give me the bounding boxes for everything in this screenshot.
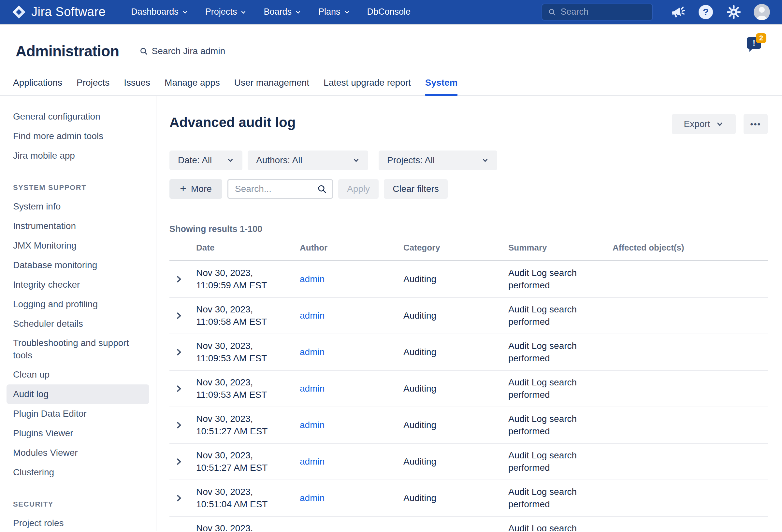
announcements-button[interactable] [669,4,686,21]
results-summary: Showing results 1-100 [170,224,768,234]
settings-button[interactable] [725,4,742,21]
tab-latest-upgrade-report[interactable]: Latest upgrade report [324,77,411,95]
nav-item-label: Projects [205,7,237,17]
header-actions: Export ••• [672,114,768,134]
search-icon [139,47,148,56]
sidebar-item-troubleshooting-and-support-tools[interactable]: Troubleshooting and support tools [6,333,149,365]
expand-row-button[interactable] [170,457,196,466]
clear-filters-button[interactable]: Clear filters [384,179,448,199]
profile-button[interactable] [753,4,770,21]
table-row: Nov 30, 2023,11:09:59 AM ESTadminAuditin… [170,261,768,298]
sidebar-item-integrity-checker[interactable]: Integrity checker [6,275,149,294]
author-link[interactable]: admin [300,384,324,394]
apply-button[interactable]: Apply [338,179,379,199]
sidebar-item-jmx-monitoring[interactable]: JMX Monitoring [6,236,149,255]
expand-row-button[interactable] [170,312,196,320]
sidebar-item-audit-log[interactable]: Audit log [6,384,149,404]
nav-item-boards[interactable]: Boards [263,7,301,17]
author-link[interactable]: admin [300,529,324,531]
chevron-right-icon [175,275,183,283]
table-body: Nov 30, 2023,11:09:59 AM ESTadminAuditin… [170,261,768,531]
cell-category: Auditing [403,419,508,431]
author-link[interactable]: admin [300,347,324,357]
cell-summary: Audit Log search performed [508,267,612,292]
projects-filter-dropdown[interactable]: Projects: All [379,150,497,170]
sidebar-item-system-info[interactable]: System info [6,197,149,216]
more-filters-button[interactable]: + More [170,179,222,199]
sidebar-item-project-roles[interactable]: Project roles [6,513,149,531]
page-title: Administration [15,42,119,60]
sidebar-item-logging-and-profiling[interactable]: Logging and profiling [6,294,149,314]
chevron-right-icon [175,494,183,502]
chevron-down-icon [227,157,234,164]
sidebar-item-scheduler-details[interactable]: Scheduler details [6,314,149,333]
nav-right-cluster: ? [541,4,770,21]
nav-item-plans[interactable]: Plans [318,7,350,17]
table-row: Nov 30, 2023,11:09:58 AM ESTadminAuditin… [170,298,768,334]
jira-logo[interactable]: Jira Software [12,5,106,19]
top-navigation-bar: Jira Software DashboardsProjectsBoardsPl… [0,0,782,25]
expand-row-button[interactable] [170,494,196,502]
sidebar-item-instrumentation[interactable]: Instrumentation [6,216,149,236]
author-link[interactable]: admin [300,274,324,284]
global-search-input[interactable] [561,7,646,17]
tab-issues[interactable]: Issues [124,77,150,95]
nav-item-label: Boards [263,7,292,17]
tab-manage-apps[interactable]: Manage apps [165,77,220,95]
expand-row-button[interactable] [170,348,196,356]
sidebar-item-clean-up[interactable]: Clean up [6,365,149,384]
cell-category: Auditing [403,383,508,395]
cell-date: Nov 30, 2023,10:51:27 AM EST [196,413,300,437]
global-search[interactable] [541,4,653,21]
table-row: Nov 30, 2023,10:51:04 AM ESTadminAuditin… [170,480,768,517]
table-header-row: DateAuthorCategorySummaryAffected object… [170,243,768,261]
admin-search[interactable]: Search Jira admin [139,46,225,56]
author-link[interactable]: admin [300,420,324,430]
expand-row-button[interactable] [170,384,196,393]
chevron-right-icon [175,530,183,531]
cell-category: Auditing [403,346,508,358]
sidebar-item-find-more-admin-tools[interactable]: Find more admin tools [6,127,149,146]
filter-search-input[interactable] [235,184,314,194]
chevron-down-icon [482,157,489,164]
column-header-summary: Summary [508,243,612,253]
search-icon[interactable] [317,184,327,194]
column-header-expand [170,243,196,253]
column-header-date: Date [196,243,300,253]
filter-row-actions: + More Apply Clear filters [170,179,768,199]
export-button[interactable]: Export [672,114,736,134]
nav-item-dashboards[interactable]: Dashboards [131,7,188,17]
tab-projects[interactable]: Projects [77,77,109,95]
nav-item-dbconsole[interactable]: DbConsole [367,7,411,17]
cell-date: Nov 30, 2023,10:51:27 AM EST [196,449,300,474]
tab-system[interactable]: System [425,77,458,95]
sidebar-item-general-configuration[interactable]: General configuration [6,107,149,127]
sidebar-item-jira-mobile-app[interactable]: Jira mobile app [6,146,149,166]
tab-user-management[interactable]: User management [234,77,309,95]
search-icon [548,7,556,16]
authors-filter-dropdown[interactable]: Authors: All [248,150,368,170]
nav-menu: DashboardsProjectsBoardsPlansDbConsole [131,7,541,17]
sidebar-item-clustering[interactable]: Clustering [6,463,149,482]
nav-item-projects[interactable]: Projects [205,7,247,17]
tab-applications[interactable]: Applications [13,77,62,95]
author-link[interactable]: admin [300,311,324,321]
expand-row-button[interactable] [170,421,196,429]
sidebar-item-plugins-viewer[interactable]: Plugins Viewer [6,424,149,443]
cell-date: Nov 30, 2023,10:51:04 AM EST [196,522,300,531]
author-link[interactable]: admin [300,456,324,466]
date-filter-dropdown[interactable]: Date: All [170,150,242,170]
sidebar-item-database-monitoring[interactable]: Database monitoring [6,255,149,275]
admin-search-label: Search Jira admin [152,46,225,56]
notifications-button[interactable]: ! 2 [747,35,765,51]
expand-row-button[interactable] [170,530,196,531]
expand-row-button[interactable] [170,275,196,283]
more-actions-button[interactable]: ••• [744,114,768,134]
author-link[interactable]: admin [300,493,324,503]
help-button[interactable]: ? [697,4,714,21]
column-header-affected-object-s: Affected object(s) [612,243,768,253]
cell-category: Auditing [403,455,508,468]
sidebar-item-modules-viewer[interactable]: Modules Viewer [6,443,149,463]
table-row: Nov 30, 2023,10:51:27 AM ESTadminAuditin… [170,407,768,444]
sidebar-item-plugin-data-editor[interactable]: Plugin Data Editor [6,404,149,424]
